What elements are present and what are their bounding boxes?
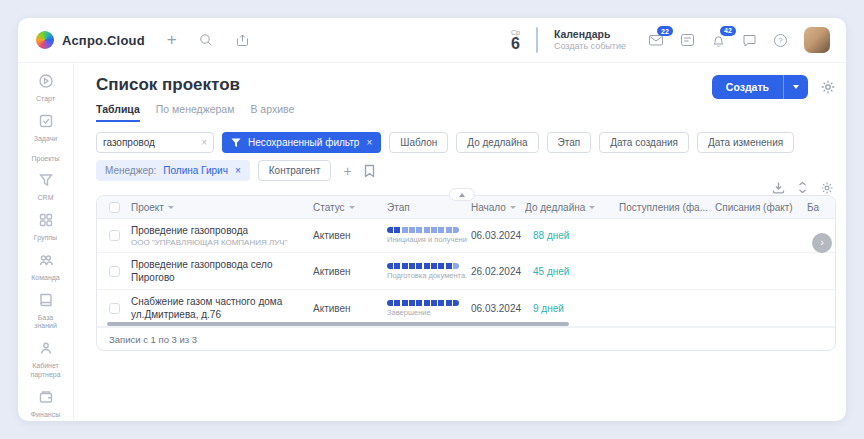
- counterparty-filter-button[interactable]: Контрагент: [258, 160, 332, 181]
- stage-segment: [424, 300, 430, 306]
- projects-table: ПроектСтатусЭтапНачалоДо дедлайнаПоступл…: [96, 195, 836, 351]
- column-header-4[interactable]: Начало: [471, 202, 525, 213]
- groups-icon: [38, 212, 54, 232]
- main-content: Список проектов ТаблицаПо менеджерамВ ар…: [74, 63, 846, 421]
- calendar-widget[interactable]: Календарь Создать событие: [554, 28, 626, 52]
- sidebar-item-start[interactable]: Старт: [18, 73, 74, 104]
- row-checkbox[interactable]: [109, 303, 120, 314]
- date-day: 6: [511, 36, 520, 52]
- unsaved-filter-chip[interactable]: Несохраненный фильтр ×: [222, 132, 381, 153]
- bookmark-icon[interactable]: [364, 164, 375, 178]
- sidebar-item-team[interactable]: Команда: [18, 252, 74, 283]
- stage-segment: [446, 300, 452, 306]
- row-checkbox-cell: [97, 266, 131, 277]
- chevron-up-icon: [459, 193, 465, 197]
- knowledge-icon: [38, 292, 54, 312]
- project-name-link[interactable]: Проведение газопровода: [131, 224, 303, 237]
- remove-manager-filter-icon[interactable]: ×: [235, 165, 241, 176]
- project-name-link[interactable]: Снабжение газом частного дома ул.Дмитрие…: [131, 295, 303, 321]
- sidebar-item-knowledge[interactable]: База знаний: [18, 292, 74, 332]
- add-filter-button[interactable]: +: [339, 163, 355, 179]
- column-header-label: Поступления (фа...: [619, 202, 708, 213]
- tab-таблица[interactable]: Таблица: [96, 103, 140, 122]
- row-checkbox-cell: [97, 303, 131, 314]
- search-icon[interactable]: [199, 33, 213, 47]
- stage-progress-bar: [387, 227, 459, 233]
- deadline-cell: 88 дней: [525, 230, 619, 241]
- status-cell: Активен: [313, 230, 387, 241]
- sidebar-item-groups[interactable]: Группы: [18, 212, 74, 243]
- tab-по-менеджерам[interactable]: По менеджерам: [156, 103, 235, 122]
- brand-name: Аспро.Cloud: [62, 33, 145, 48]
- column-header-2[interactable]: Статус: [313, 202, 387, 213]
- sidebar-item-label: Задачи: [34, 135, 58, 144]
- project-search-field[interactable]: ×: [96, 132, 214, 153]
- partner-icon: [38, 340, 54, 360]
- column-header-label: Начало: [471, 202, 506, 213]
- page-settings-gear-icon[interactable]: [820, 79, 836, 95]
- stage-segment: [416, 263, 422, 269]
- help-icon[interactable]: ?: [773, 33, 788, 48]
- create-dropdown-button[interactable]: [783, 75, 808, 99]
- notification-badge: 42: [720, 26, 736, 36]
- sidebar-item-finance[interactable]: Финансы: [18, 389, 74, 420]
- horizontal-scrollbar[interactable]: [107, 322, 569, 326]
- column-header-1[interactable]: Проект: [131, 202, 313, 213]
- project-name-link[interactable]: Проведение газопровода село Пирогово: [131, 258, 303, 284]
- stage-segment: [438, 300, 444, 306]
- topbar-divider: [536, 27, 538, 53]
- row-checkbox-cell: [97, 230, 131, 241]
- column-header-5[interactable]: До дедлайна: [525, 202, 619, 213]
- date-widget[interactable]: Ср 6: [511, 29, 520, 52]
- filter-button[interactable]: Этап: [547, 132, 592, 153]
- sidebar-item-tasks[interactable]: Задачи: [18, 113, 74, 144]
- chat-icon[interactable]: [742, 33, 757, 47]
- clear-search-icon[interactable]: ×: [201, 137, 207, 148]
- stage-cell: Завершение: [387, 300, 471, 317]
- project-cell: Проведение газопровода село Пирогово: [131, 253, 313, 289]
- sort-caret-icon: [349, 206, 355, 209]
- row-checkbox[interactable]: [109, 230, 120, 241]
- manager-filter-chip[interactable]: Менеджер: Полина Гирич ×: [96, 160, 250, 181]
- sidebar-item-projects[interactable]: Проекты: [18, 153, 74, 164]
- remove-filter-icon[interactable]: ×: [366, 137, 372, 148]
- start-date-cell: 06.03.2024: [471, 303, 525, 314]
- sidebar-item-partner[interactable]: Кабинет партнера: [18, 340, 74, 380]
- tab-в-архиве[interactable]: В архиве: [250, 103, 294, 122]
- create-button[interactable]: Создать: [712, 75, 808, 99]
- inbox-import-icon[interactable]: [235, 33, 250, 48]
- mail-icon[interactable]: 22: [648, 33, 664, 47]
- sidebar-item-crm[interactable]: CRM: [18, 172, 74, 203]
- stage-segment: [424, 227, 430, 233]
- collapse-filters-button[interactable]: [449, 188, 475, 201]
- filter-button[interactable]: Дата изменения: [697, 132, 794, 153]
- table-row[interactable]: Проведение газопроводаООО "УПРАВЛЯЮЩАЯ К…: [97, 219, 835, 253]
- manager-chip-prefix: Менеджер:: [105, 165, 156, 176]
- stage-segment: [394, 300, 400, 306]
- select-all-checkbox[interactable]: [109, 202, 120, 213]
- export-download-icon[interactable]: [772, 181, 785, 195]
- user-avatar[interactable]: [804, 27, 830, 53]
- filter-button[interactable]: До дедлайна: [456, 132, 538, 153]
- notes-icon[interactable]: [680, 33, 695, 47]
- row-checkbox[interactable]: [109, 266, 120, 277]
- quick-add-button[interactable]: +: [167, 30, 177, 50]
- stage-segment: [431, 263, 437, 269]
- stage-label: Инициация и получени...: [387, 235, 467, 244]
- filter-button[interactable]: Шаблон: [389, 132, 448, 153]
- stage-progress-bar: [387, 300, 459, 306]
- aspro-logo-icon: [36, 31, 54, 49]
- column-header-label: Проект: [131, 202, 164, 213]
- sidebar-item-label: Финансы: [31, 411, 60, 420]
- table-row[interactable]: Проведение газопровода село ПироговоАкти…: [97, 253, 835, 290]
- collapse-rows-icon[interactable]: [797, 181, 808, 195]
- search-input[interactable]: [103, 137, 197, 148]
- table-settings-gear-icon[interactable]: [820, 181, 834, 195]
- bell-icon[interactable]: 42: [711, 33, 726, 48]
- scroll-right-button[interactable]: ›: [812, 233, 832, 253]
- stage-segment: [402, 263, 408, 269]
- filter-button[interactable]: Дата создания: [599, 132, 689, 153]
- team-icon: [38, 252, 54, 272]
- tasks-icon: [38, 113, 54, 133]
- stage-segment: [431, 300, 437, 306]
